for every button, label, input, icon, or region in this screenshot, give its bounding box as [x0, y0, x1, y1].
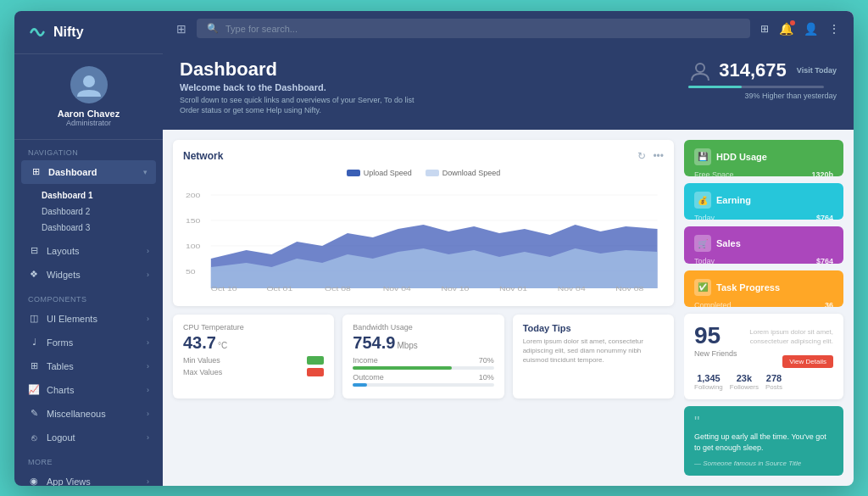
outcome-bar: Outcome 10% — [353, 373, 493, 387]
page-title: Dashboard — [180, 59, 417, 81]
nav-sub-dashboard1[interactable]: Dashboard 1 — [42, 187, 149, 203]
outcome-label-row: Outcome 10% — [353, 373, 493, 382]
cpu-max-label: Max Values — [183, 368, 302, 376]
sales-header: 🛒 Sales — [694, 235, 833, 252]
user-icon[interactable]: 👤 — [804, 22, 818, 36]
nav-label-charts: Charts — [47, 385, 74, 395]
earning-card: 💰 Earning Today $764 Last 7 Day $1,232 — [684, 183, 843, 220]
search-icon: 🔍 — [207, 23, 219, 34]
friends-text-area: Lorem ipsum dolor sit amet, consectetuer… — [737, 322, 833, 367]
cpu-min-row: Min Values — [183, 356, 324, 365]
nav-label-layouts: Layouts — [47, 246, 80, 256]
grid-view-icon[interactable]: ⊞ — [760, 23, 769, 35]
misc-icon: ✎ — [28, 408, 40, 420]
bw-label: Bandwidth Usage — [353, 323, 493, 332]
friends-lorem: Lorem ipsum dolor sit amet, consectetuer… — [744, 327, 833, 346]
followers-label: Followers — [730, 383, 759, 391]
nav-item-widgets[interactable]: ❖ Widgets › — [14, 263, 163, 287]
nav-label-app-views: App Views — [47, 476, 91, 486]
cpu-temp-card: CPU Temperature 43.7 °C Min Values Max V… — [173, 315, 334, 398]
chevron-right-icon7: › — [147, 410, 149, 418]
visits-icon — [688, 59, 712, 82]
hdd-free-label: Free Space — [694, 170, 734, 176]
posts-stat: 278 Posts — [765, 373, 782, 391]
logo-area: Nifty — [14, 11, 163, 54]
bandwidth-card: Bandwidth Usage 754.9 Mbps Income 70% — [342, 315, 504, 398]
following-label: Following — [694, 383, 723, 391]
nav-section-label: Navigation — [14, 140, 163, 160]
user-name: Aaron Chavez — [28, 109, 149, 119]
legend-download: Download Speed — [426, 169, 501, 177]
bw-unit: Mbps — [397, 341, 417, 350]
svg-text:50: 50 — [186, 268, 196, 275]
nav-item-charts[interactable]: 📈 Charts › — [14, 378, 163, 402]
upload-color — [347, 170, 360, 176]
svg-text:Oct 10: Oct 10 — [211, 285, 237, 292]
income-track — [353, 366, 493, 370]
posts-label: Posts — [765, 383, 782, 391]
sales-title: Sales — [716, 238, 741, 248]
topbar: ⊞ 🔍 Type for search... ⊞ 🔔 👤 ⋮ — [163, 11, 854, 47]
nav-sub-dashboard3[interactable]: Dashboard 3 — [42, 220, 149, 236]
notification-badge — [790, 20, 795, 25]
app-views-icon: ◉ — [28, 476, 40, 486]
ui-icon: ◫ — [28, 313, 40, 325]
earning-today-label: Today — [694, 214, 715, 220]
visits-stats: 314,675 Visit Today 39% Higher than yest… — [688, 59, 837, 100]
nav-item-ui-elements[interactable]: ◫ UI Elements › — [14, 307, 163, 331]
avatar-image — [74, 70, 104, 100]
visits-note: 39% Higher than yesterday — [688, 92, 837, 100]
nav-item-dashboard[interactable]: ⊞ Dashboard ▾ — [21, 160, 156, 184]
search-bar[interactable]: 🔍 Type for search... — [197, 19, 750, 38]
layouts-icon: ⊟ — [28, 245, 40, 257]
task-card: ✅ Task Progress Completed 36 Total 79 — [684, 270, 843, 307]
legend-upload-label: Upload Speed — [364, 169, 412, 177]
hdd-free-row: Free Space 1320b — [694, 170, 833, 176]
income-label-row: Income 70% — [353, 356, 493, 365]
more-section-label: More — [14, 449, 163, 470]
svg-text:Nov 01: Nov 01 — [499, 285, 527, 292]
chevron-right-icon6: › — [147, 386, 149, 394]
svg-text:200: 200 — [186, 192, 200, 198]
cpu-label: CPU Temperature — [183, 323, 324, 332]
view-details-button[interactable]: View Details — [782, 355, 833, 368]
sidebar: Nifty Aaron Chavez Administrator Navigat… — [14, 11, 163, 486]
grid-icon[interactable]: ⊞ — [176, 22, 186, 36]
nav-sub-dashboard2[interactable]: Dashboard 2 — [42, 203, 149, 220]
nav-item-tables[interactable]: ⊞ Tables › — [14, 354, 163, 378]
svg-text:Nov 04: Nov 04 — [383, 285, 411, 292]
topbar-actions: ⊞ 🔔 👤 ⋮ — [760, 22, 840, 36]
nav-item-layouts[interactable]: ⊟ Layouts › — [14, 239, 163, 263]
svg-point-0 — [83, 75, 95, 87]
sales-today-value: $764 — [816, 257, 833, 263]
nav-label-logout: Logout — [47, 432, 75, 443]
notification-icon[interactable]: 🔔 — [779, 22, 793, 36]
task-icon: ✅ — [694, 279, 711, 296]
earning-today-value: $764 — [816, 214, 833, 220]
dash-title-area: Dashboard Welcome back to the Dashboard.… — [180, 59, 417, 116]
main-content: ⊞ 🔍 Type for search... ⊞ 🔔 👤 ⋮ Dashboard… — [163, 11, 854, 486]
hdd-card: 💾 HDD Usage Free Space 1320b Used Space … — [684, 140, 843, 176]
hdd-free-value: 1320b — [811, 170, 833, 176]
nav-item-misc[interactable]: ✎ Miscellaneous › — [14, 402, 163, 426]
followers-value: 23k — [730, 373, 759, 383]
outcome-pct: 10% — [479, 373, 494, 382]
more-icon[interactable]: ••• — [653, 150, 664, 162]
svg-text:Nov 04: Nov 04 — [558, 285, 586, 292]
nav-item-forms[interactable]: ♩ Forms › — [14, 331, 163, 354]
refresh-icon[interactable]: ↻ — [637, 150, 646, 162]
dashboard-header: Dashboard Welcome back to the Dashboard.… — [163, 47, 854, 130]
chart-legend: Upload Speed Download Speed — [183, 169, 664, 177]
nav-item-app-views[interactable]: ◉ App Views › — [14, 470, 163, 486]
visits-count: 314,675 — [719, 59, 787, 81]
tables-icon: ⊞ — [28, 360, 40, 372]
task-done-label: Completed — [694, 301, 732, 307]
income-bar: Income 70% — [353, 356, 493, 370]
earning-header: 💰 Earning — [694, 192, 833, 209]
task-done-row: Completed 36 — [694, 301, 833, 307]
nav-item-logout[interactable]: ⎋ Logout › — [14, 426, 163, 449]
menu-icon[interactable]: ⋮ — [828, 22, 840, 36]
sales-today-row: Today $764 — [694, 257, 833, 263]
outcome-fill — [353, 383, 367, 387]
outcome-label: Outcome — [353, 373, 384, 382]
